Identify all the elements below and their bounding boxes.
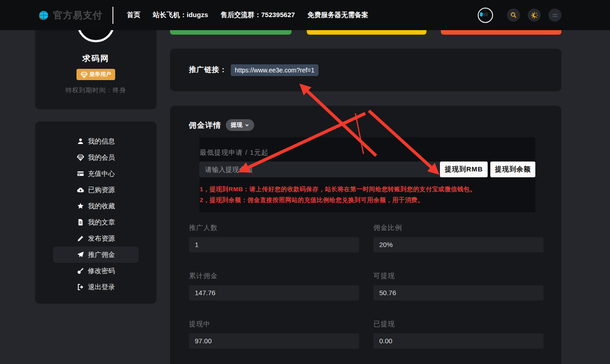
withdraw-amount-input[interactable] — [199, 162, 440, 177]
chevron-down-icon — [245, 123, 249, 127]
withdraw-note-2: 2，提现到余额：佣金直接按照网站的充值比例给您兑换到可用余额，用于消费。 — [200, 195, 476, 206]
top-navbar: 官方易支付 首页 站长飞机：idugzs 售后交流群：752395627 免费服… — [0, 0, 610, 30]
stat-label: 推广人数 — [189, 224, 359, 232]
brand-name: 官方易支付 — [53, 9, 103, 22]
sidebar-item-label: 充值中心 — [88, 170, 115, 178]
sidebar-item-label: 发布资源 — [88, 234, 115, 243]
sign-out-icon — [77, 283, 84, 291]
privilege-expiry-text: 特权到期时间：终身 — [35, 86, 157, 94]
sidebar-item-change-password[interactable]: 修改密码 — [53, 263, 139, 279]
brand-globe-icon — [38, 9, 49, 21]
promo-link-label: 推广链接： — [189, 65, 227, 75]
stat-label: 已提现 — [373, 320, 543, 328]
sidebar-item-my-favorites[interactable]: 我的收藏 — [53, 198, 139, 214]
withdraw-to-balance-button[interactable]: 提现到余额 — [490, 162, 535, 177]
sidebar-menu: 我的信息 我的会员 充值中心 已购资源 我的收藏 我的文章 发布资源 推广佣金 — [35, 121, 157, 304]
nav-divider — [112, 7, 113, 24]
sidebar-item-my-membership[interactable]: 我的会员 — [53, 149, 139, 166]
sidebar-item-logout[interactable]: 退出登录 — [53, 279, 139, 295]
search-button[interactable] — [507, 9, 520, 22]
vip-badge: 皇帝用户 — [76, 69, 115, 80]
hamburger-icon — [552, 12, 558, 18]
commission-header: 佣金详情 提现 — [189, 119, 254, 131]
nav-link-free-server[interactable]: 免费服务器无需备案 — [308, 11, 368, 19]
cloud-download-icon — [77, 186, 84, 193]
user-icon — [77, 138, 84, 145]
stat-value: 147.76 — [189, 285, 359, 301]
search-icon — [510, 12, 517, 18]
stat-label: 佣金比例 — [373, 224, 543, 232]
nav-links: 首页 站长飞机：idugzs 售后交流群：752395627 免费服务器无需备案 — [127, 11, 368, 19]
withdraw-notes: 1，提现到RMB：请上传好您的收款码保存，站长将在第一时间给您转账到您的支付宝或… — [200, 184, 476, 206]
nav-link-telegram[interactable]: 站长飞机：idugzs — [153, 11, 208, 19]
stat-value: 50.76 — [373, 285, 543, 301]
stat-referral-count: 推广人数 1 — [189, 224, 359, 252]
credit-card-icon — [77, 170, 84, 177]
brand[interactable]: 官方易支付 — [38, 9, 103, 22]
promo-link-card: 推广链接： https://www.ee3e.com?ref=1 — [170, 49, 561, 91]
stat-total-commission: 累计佣金 147.76 — [189, 272, 359, 301]
sidebar-item-purchased-resources[interactable]: 已购资源 — [53, 182, 139, 198]
sidebar-item-recharge-center[interactable]: 充值中心 — [53, 166, 139, 182]
withdraw-dropdown[interactable]: 提现 — [226, 119, 254, 131]
commission-card: 佣金详情 提现 最低提现申请 / 1元起 提现到RMB 提现到余额 1，提现到R… — [170, 106, 561, 364]
stat-value: 20% — [373, 237, 543, 252]
sidebar-item-label: 我的信息 — [88, 137, 115, 146]
stat-withdrawable: 可提现 50.76 — [373, 272, 543, 301]
sidebar-item-my-info[interactable]: 我的信息 — [53, 133, 139, 149]
nav-link-support-group[interactable]: 售后交流群：752395627 — [221, 11, 295, 19]
sidebar-item-label: 已购资源 — [88, 186, 115, 194]
stat-value: 97.00 — [189, 333, 359, 349]
pencil-icon — [77, 235, 84, 242]
withdraw-dropdown-label: 提现 — [231, 121, 242, 129]
promo-link-value[interactable]: https://www.ee3e.com?ref=1 — [231, 64, 318, 76]
profile-card: 求码网 皇帝用户 特权到期时间：终身 — [35, 18, 157, 109]
commission-title: 佣金详情 — [189, 120, 221, 130]
stat-commission-rate: 佣金比例 20% — [373, 224, 543, 252]
sidebar-item-label: 我的会员 — [88, 153, 115, 162]
stat-label: 提现中 — [189, 320, 359, 328]
sidebar-item-my-articles[interactable]: 我的文章 — [53, 214, 139, 230]
vip-badge-label: 皇帝用户 — [90, 71, 111, 78]
stat-withdrawing: 提现中 97.00 — [189, 320, 359, 349]
profile-username: 求码网 — [35, 53, 157, 64]
withdraw-to-rmb-button[interactable]: 提现到RMB — [440, 162, 488, 177]
stat-value: 0.00 — [373, 333, 543, 349]
nav-right-actions — [478, 0, 561, 30]
gem-icon — [77, 154, 84, 161]
sidebar-item-referral-commission[interactable]: 推广佣金 — [53, 247, 139, 263]
page: 求码网 皇帝用户 特权到期时间：终身 我的信息 我的会员 充值中心 已购资源 — [0, 0, 610, 364]
nav-link-home[interactable]: 首页 — [127, 11, 140, 19]
gem-icon — [81, 71, 88, 78]
document-icon — [77, 219, 84, 226]
stat-label: 可提现 — [373, 272, 543, 280]
theme-toggle-button[interactable] — [528, 9, 541, 22]
stat-withdrawn: 已提现 0.00 — [373, 320, 543, 349]
star-icon — [77, 202, 84, 210]
paper-plane-icon — [77, 251, 84, 258]
withdraw-note-1: 1，提现到RMB：请上传好您的收款码保存，站长将在第一时间给您转账到您的支付宝或… — [200, 184, 476, 195]
withdraw-box: 最低提现申请 / 1元起 提现到RMB 提现到余额 1，提现到RMB：请上传好您… — [199, 137, 535, 212]
sidebar-item-publish-resource[interactable]: 发布资源 — [53, 230, 139, 247]
stat-value: 1 — [189, 237, 359, 252]
sun-moon-icon — [531, 12, 538, 19]
avatar-image — [479, 9, 490, 20]
key-icon — [77, 267, 84, 274]
sidebar-item-label: 修改密码 — [88, 267, 115, 275]
min-withdraw-label: 最低提现申请 / 1元起 — [200, 148, 269, 157]
sidebar-item-label: 我的收藏 — [88, 202, 115, 211]
menu-button[interactable] — [548, 9, 561, 22]
stat-label: 累计佣金 — [189, 272, 359, 280]
sidebar-item-label: 退出登录 — [88, 283, 115, 292]
sidebar-item-label: 推广佣金 — [88, 251, 115, 259]
user-avatar[interactable] — [478, 8, 493, 23]
sidebar-item-label: 我的文章 — [88, 218, 115, 227]
